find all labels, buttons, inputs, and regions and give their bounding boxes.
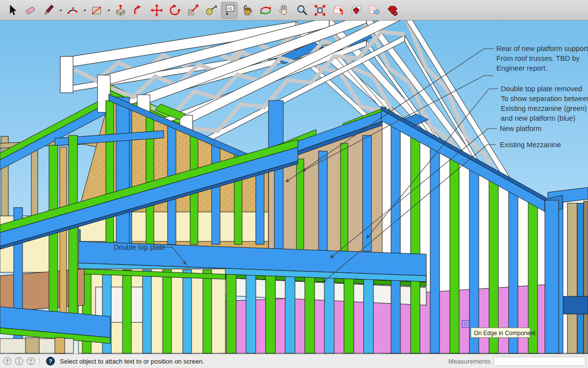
select-tool-button[interactable] [4, 2, 21, 19]
text-tool-button[interactable]: A1 [221, 2, 238, 19]
orbit-tool-button[interactable] [257, 2, 274, 19]
follow-me-icon [132, 4, 145, 17]
status-divider [39, 357, 40, 365]
rectangle-tool-button[interactable] [88, 2, 105, 19]
ruby-console-icon [386, 4, 399, 17]
tape-measure-icon [205, 4, 218, 17]
move-icon [150, 4, 163, 17]
sketchup-window: ▾ ▾ ▾ A1 [0, 0, 588, 368]
line-tool-button[interactable] [40, 2, 57, 19]
component-gem-icon [350, 4, 363, 17]
annotation-rear-platform[interactable]: Rear of new platform supported [496, 45, 588, 53]
svg-text:On Edge in Component: On Edge in Component [474, 330, 536, 337]
zoom-extents-icon [314, 4, 326, 17]
previous-view-icon [332, 4, 344, 17]
push-pull-tool-button[interactable] [112, 2, 129, 19]
tape-measure-tool-button[interactable] [203, 2, 220, 19]
line-tool-dropdown[interactable]: ▾ [58, 2, 63, 19]
user-icon[interactable] [26, 357, 35, 366]
move-tool-button[interactable] [148, 2, 165, 19]
arc-tool-dropdown[interactable]: ▾ [82, 2, 87, 19]
scale-tool-button[interactable] [185, 2, 201, 19]
svg-text:Engineer report.: Engineer report. [496, 64, 547, 72]
paint-bucket-tool-button[interactable] [239, 2, 256, 19]
ruby-console-button[interactable] [384, 2, 401, 19]
svg-text:Existing mezzanine (green): Existing mezzanine (green) [501, 105, 587, 112]
scale-icon [187, 4, 199, 17]
annotation-new-platform[interactable]: New platform [500, 125, 541, 132]
arc-tool-button[interactable] [64, 2, 81, 19]
rotate-tool-button[interactable] [167, 2, 183, 19]
rectangle-icon [90, 4, 103, 17]
measurements-input[interactable] [493, 357, 586, 366]
svg-text:From roof trusses. TBD by: From roof trusses. TBD by [496, 54, 580, 62]
svg-text:and new platform (blue): and new platform (blue) [501, 114, 575, 122]
component-button[interactable] [348, 2, 365, 19]
previous-view-button[interactable] [330, 2, 346, 19]
rectangle-tool-dropdown[interactable]: ▾ [106, 2, 111, 19]
follow-me-tool-button[interactable] [130, 2, 147, 19]
measurements-label: Measurements [448, 358, 490, 365]
svg-text:To show separation between: To show separation between [501, 95, 588, 103]
credits-icon[interactable] [15, 357, 24, 366]
svg-text:?: ? [49, 358, 52, 364]
paint-bucket-icon [241, 4, 254, 17]
status-message: Select object to attach text to or posit… [60, 358, 204, 365]
select-arrow-icon [6, 4, 19, 17]
text-cursor [462, 320, 469, 327]
rotate-icon [169, 4, 181, 17]
export-button[interactable] [366, 2, 383, 19]
pan-hand-icon [277, 4, 290, 17]
eraser-icon [24, 4, 37, 17]
text-tool-icon: A1 [223, 4, 236, 17]
eraser-tool-button[interactable] [22, 2, 39, 19]
pencil-icon [42, 4, 55, 17]
export-icon [368, 4, 381, 17]
orbit-icon [259, 4, 272, 17]
arc-icon [66, 4, 79, 17]
zoom-icon [295, 4, 308, 17]
annotation-existing-mezzanine[interactable]: Existing Mezzanine [500, 141, 561, 149]
svg-text:A1: A1 [227, 6, 232, 11]
zoom-tool-button[interactable] [294, 2, 310, 19]
toolbar: ▾ ▾ ▾ A1 [0, 0, 588, 21]
zoom-extents-tool-button[interactable] [312, 2, 328, 19]
annotation-double-top-plate-removed[interactable]: Double top plate removed [501, 85, 582, 93]
help-icon[interactable]: ? [46, 357, 55, 366]
geolocation-icon[interactable] [3, 357, 12, 366]
pan-tool-button[interactable] [275, 2, 292, 19]
inference-tooltip: On Edge in Component [471, 328, 536, 338]
annotation-double-top-plate[interactable]: Double top plate [114, 243, 166, 251]
push-pull-icon [114, 4, 127, 17]
status-bar: ? Select object to attach text to or pos… [0, 354, 588, 368]
model-viewport[interactable]: Rear of new platform supported From roof… [0, 21, 588, 354]
